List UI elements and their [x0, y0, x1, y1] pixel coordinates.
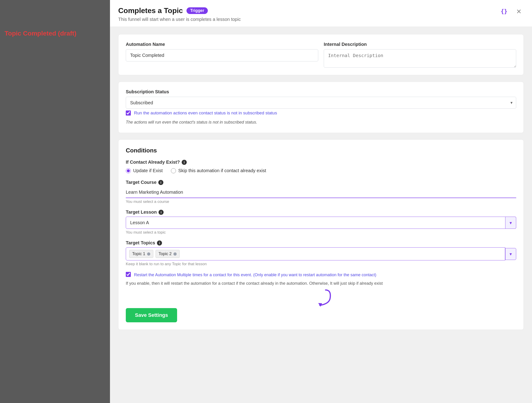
target-lesson-select-wrapper: ▾: [126, 217, 516, 229]
draft-label: Topic Completed (draft): [5, 30, 76, 37]
target-topics-wrapper: Target Topics i Topic 1 Topic 2: [126, 240, 516, 266]
subscription-group: Subscription Status Subscribed Unsubscri…: [126, 89, 516, 109]
subscription-checkbox-row: Run the automation actions even contact …: [126, 110, 516, 115]
subscription-checkbox[interactable]: [126, 110, 131, 115]
target-topics-tags-container: Topic 1 Topic 2: [126, 247, 505, 260]
target-lesson-arrow[interactable]: ▾: [505, 217, 516, 229]
restart-note: If you enable, then it will restart the …: [126, 280, 516, 287]
subscription-label: Subscription Status: [126, 89, 516, 95]
subscription-checkbox-label[interactable]: Run the automation actions even contact …: [134, 110, 277, 115]
header-right: {} ✕: [499, 6, 524, 17]
arrow-decoration: [126, 289, 516, 307]
panel-title: Completes a Topic Trigger: [118, 6, 241, 15]
restart-checkbox[interactable]: [126, 272, 131, 277]
close-button[interactable]: ✕: [514, 6, 524, 17]
topic-tag-2-dot: [173, 252, 177, 256]
target-topics-label: Target Topics i: [126, 240, 516, 245]
topic-tag-1-dot: [147, 252, 150, 256]
save-arrow-icon: [310, 289, 332, 307]
target-lesson-info-icon[interactable]: i: [158, 210, 164, 215]
topic-tag-2: Topic 2: [156, 250, 180, 258]
target-course-hint: You must select a course: [126, 199, 516, 204]
contact-exists-radio-group: Update if Exist Skip this automation if …: [126, 168, 516, 173]
target-lesson-hint: You must select a topic: [126, 230, 516, 235]
radio-skip-input[interactable]: [171, 168, 176, 173]
target-course-wrapper: Target Course i You must select a course: [126, 180, 516, 204]
target-course-label: Target Course i: [126, 180, 516, 185]
target-course-input[interactable]: [126, 187, 516, 198]
contact-exists-info-icon[interactable]: i: [182, 160, 187, 165]
subscription-select[interactable]: Subscribed Unsubscribed All: [126, 97, 516, 109]
radio-update-option[interactable]: Update if Exist: [126, 168, 163, 173]
restart-row: Restart the Automation Multiple times fo…: [126, 272, 516, 278]
target-topics-arrow[interactable]: ▾: [505, 248, 516, 260]
save-settings-button[interactable]: Save Settings: [126, 308, 177, 322]
radio-skip-option[interactable]: Skip this automation if contact already …: [171, 168, 266, 173]
internal-desc-group: Internal Description: [324, 42, 516, 68]
radio-update-input[interactable]: [126, 168, 131, 173]
internal-desc-label: Internal Description: [324, 42, 516, 47]
topic-tag-1: Topic 1: [129, 250, 153, 258]
conditions-title: Conditions: [126, 147, 516, 154]
automation-form-row: Automation Name Internal Description: [126, 42, 516, 68]
conditions-card: Conditions If Contact Already Exist? i U…: [118, 139, 524, 330]
subscription-card: Subscription Status Subscribed Unsubscri…: [118, 82, 524, 133]
main-panel: Completes a Topic Trigger This funnel wi…: [110, 0, 532, 403]
header-left: Completes a Topic Trigger This funnel wi…: [118, 6, 241, 22]
target-topics-info-icon[interactable]: i: [157, 240, 162, 245]
target-lesson-input[interactable]: [126, 217, 516, 229]
automation-name-input[interactable]: [126, 49, 318, 61]
panel-header: Completes a Topic Trigger This funnel wi…: [110, 0, 532, 27]
automation-name-label: Automation Name: [126, 42, 318, 47]
code-variables-button[interactable]: {}: [499, 6, 509, 17]
header-subtitle: This funnel will start when a user is co…: [118, 17, 241, 22]
automation-name-card: Automation Name Internal Description: [118, 34, 524, 75]
target-lesson-wrapper: Target Lesson i ▾ You must select a topi…: [126, 210, 516, 235]
subscription-note: The actions will run even the contact's …: [126, 119, 516, 125]
contact-exists-label: If Contact Already Exist? i: [126, 160, 516, 165]
automation-name-group: Automation Name: [126, 42, 318, 68]
radio-skip-label: Skip this automation if contact already …: [178, 168, 266, 173]
save-btn-row: Save Settings: [126, 308, 516, 322]
internal-desc-input[interactable]: [324, 49, 516, 68]
target-topics-hint: Keep it blank to run to any Topic for th…: [126, 262, 516, 266]
restart-label[interactable]: Restart the Automation Multiple times fo…: [134, 272, 376, 278]
panel-content: Automation Name Internal Description Sub…: [110, 27, 532, 403]
radio-update-label: Update if Exist: [133, 168, 163, 173]
subscription-select-wrapper: Subscribed Unsubscribed All ▾: [126, 97, 516, 109]
left-panel: [0, 0, 110, 403]
target-lesson-label: Target Lesson i: [126, 210, 516, 215]
trigger-badge: Trigger: [186, 7, 208, 14]
target-topics-tags-wrapper: Topic 1 Topic 2 ▾: [126, 247, 516, 260]
target-course-info-icon[interactable]: i: [158, 180, 163, 185]
